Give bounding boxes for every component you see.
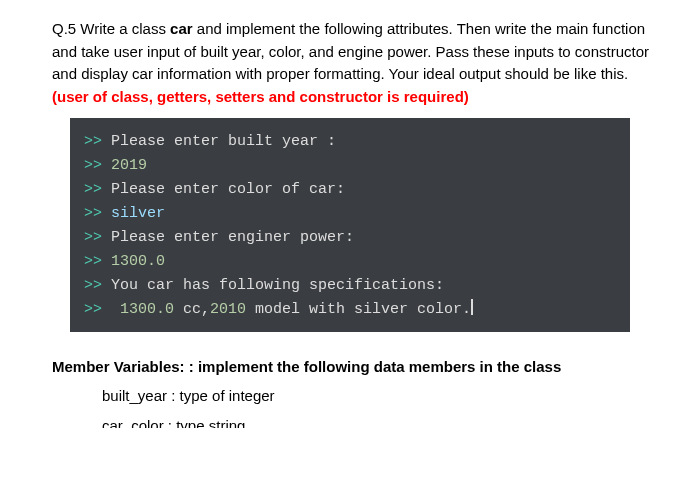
terminal-line: >> Please enter built year :: [84, 130, 616, 154]
terminal-line: >> 1300.0: [84, 250, 616, 274]
terminal-segment: 1300.0: [120, 301, 174, 318]
terminal-prompt: >>: [84, 301, 111, 318]
question-text: Q.5 Write a class car and implement the …: [52, 18, 657, 108]
terminal-line: >> 1300.0 cc,2010 model with silver colo…: [84, 298, 616, 322]
terminal-line: >> Please enter enginer power:: [84, 226, 616, 250]
terminal-segment: model with silver color.: [246, 301, 471, 318]
terminal-prompt: >>: [84, 277, 111, 294]
text-cursor: [471, 299, 473, 315]
member-item: built_year : type of integer: [102, 385, 657, 408]
terminal-line: >> Please enter color of car:: [84, 178, 616, 202]
terminal-prompt: >>: [84, 253, 111, 270]
terminal-prompt: >>: [84, 157, 111, 174]
terminal-prompt: >>: [84, 205, 111, 222]
terminal-segment: You car has following specifications:: [111, 277, 444, 294]
terminal-segment: 1300.0: [111, 253, 165, 270]
member-variables-list: built_year : type of integer car_color :…: [52, 385, 657, 429]
terminal-segment: [111, 301, 120, 318]
terminal-line: >> silver: [84, 202, 616, 226]
terminal-line: >> You car has following specifications:: [84, 274, 616, 298]
terminal-prompt: >>: [84, 181, 111, 198]
question-part1: Write a class: [76, 20, 170, 37]
terminal-segment: Please enter color of car:: [111, 181, 345, 198]
terminal-segment: cc,: [174, 301, 210, 318]
terminal-segment: 2010: [210, 301, 246, 318]
terminal-output: >> Please enter built year :>> 2019>> Pl…: [70, 118, 630, 332]
question-label: Q.5: [52, 20, 76, 37]
member-item: car_color : type string: [102, 415, 657, 428]
terminal-prompt: >>: [84, 133, 111, 150]
member-variables-heading: Member Variables: : implement the follow…: [52, 356, 657, 379]
question-bold-word: car: [170, 20, 193, 37]
terminal-segment: 2019: [111, 157, 147, 174]
terminal-segment: Please enter enginer power:: [111, 229, 354, 246]
terminal-segment: Please enter built year :: [111, 133, 336, 150]
terminal-prompt: >>: [84, 229, 111, 246]
question-red-text: (user of class, getters, setters and con…: [52, 88, 469, 105]
terminal-line: >> 2019: [84, 154, 616, 178]
terminal-segment: silver: [111, 205, 165, 222]
